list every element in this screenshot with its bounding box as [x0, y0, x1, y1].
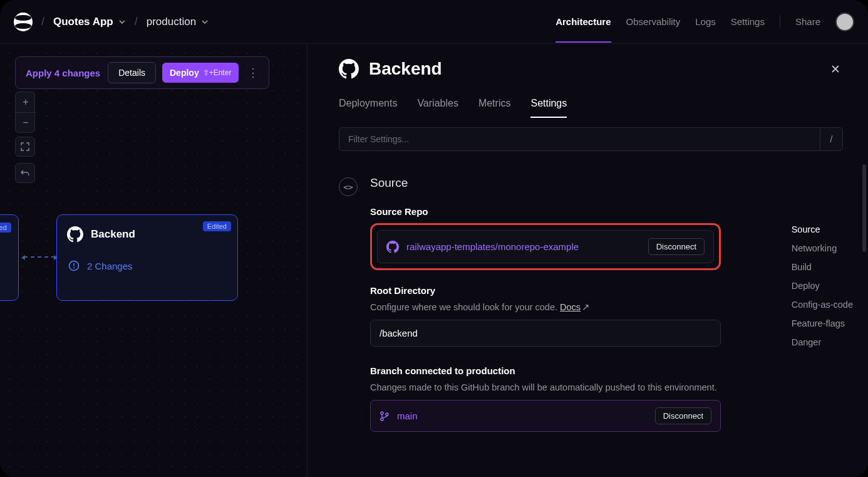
zoom-in-button[interactable]: +: [16, 92, 36, 112]
panel-title: Backend: [369, 59, 442, 79]
service-node-backend[interactable]: Edited Backend 2 Changes: [56, 214, 238, 301]
service-node-partial[interactable]: dited: [0, 214, 19, 301]
nav-logs[interactable]: Logs: [695, 1, 716, 42]
toc-networking[interactable]: Networking: [792, 243, 853, 253]
disconnect-branch-button[interactable]: Disconnect: [655, 407, 711, 424]
nav-divider: [780, 15, 780, 29]
external-link-icon: ↗: [582, 302, 590, 312]
zoom-fit-button[interactable]: [15, 137, 35, 157]
docs-link[interactable]: Docs: [560, 302, 581, 312]
nav-architecture[interactable]: Architecture: [555, 1, 611, 42]
root-dir-desc-text: Configure where we should look for your …: [370, 302, 560, 312]
chevron-down-icon: [118, 18, 126, 26]
deploy-button[interactable]: Deploy ⇧+Enter: [162, 63, 239, 83]
disconnect-repo-button[interactable]: Disconnect: [648, 238, 705, 255]
root-dir-label: Root Directory: [370, 285, 721, 296]
git-branch-icon: [380, 411, 390, 421]
repo-name[interactable]: railwayapp-templates/monorepo-example: [406, 241, 641, 252]
github-icon: [67, 226, 83, 243]
github-icon: [386, 241, 399, 253]
railway-logo[interactable]: [14, 13, 33, 31]
main-area: Apply 4 changes Details Deploy ⇧+Enter ⋮…: [0, 44, 868, 477]
source-repo-row: railwayapp-templates/monorepo-example Di…: [377, 230, 714, 263]
toc-flags[interactable]: Feature-flags: [792, 318, 853, 328]
deploy-shortcut: ⇧+Enter: [203, 68, 232, 77]
undo-icon: [21, 169, 29, 177]
expand-icon: [21, 142, 29, 151]
edited-badge: dited: [0, 223, 11, 233]
zoom-out-button[interactable]: −: [16, 112, 36, 132]
tab-deployments[interactable]: Deployments: [339, 98, 397, 118]
svg-point-2: [73, 267, 75, 268]
breadcrumb-project-label: Quotes App: [53, 16, 113, 28]
change-bar: Apply 4 changes Details Deploy ⇧+Enter ⋮: [15, 56, 269, 89]
alert-icon: [68, 260, 80, 271]
topbar: / Quotes App / production Architecture O…: [0, 0, 868, 44]
filter-settings-input[interactable]: [339, 127, 820, 151]
canvas-area[interactable]: Apply 4 changes Details Deploy ⇧+Enter ⋮…: [0, 44, 307, 477]
details-button[interactable]: Details: [108, 62, 156, 83]
panel-header: Backend: [339, 59, 843, 79]
branch-description: Changes made to this GitHub branch will …: [370, 382, 721, 392]
breadcrumb-env-label: production: [147, 16, 196, 28]
tab-metrics[interactable]: Metrics: [478, 98, 511, 118]
scrollbar[interactable]: [862, 164, 866, 252]
root-directory-input[interactable]: [370, 320, 721, 347]
breadcrumb-separator: /: [41, 15, 44, 28]
settings-panel: Backend Deployments Variables Metrics Se…: [307, 44, 868, 477]
settings-toc: Source Networking Build Deploy Config-as…: [792, 224, 853, 347]
code-icon: <>: [339, 177, 358, 196]
section-source: Source Source Repo railwayapp-templates/…: [370, 176, 721, 432]
undo-button[interactable]: [15, 163, 35, 183]
edited-badge: Edited: [203, 221, 231, 231]
apply-changes-label: Apply 4 changes: [22, 64, 108, 82]
toc-source[interactable]: Source: [792, 224, 853, 234]
toc-config[interactable]: Config-as-code: [792, 300, 853, 310]
chevron-down-icon: [201, 18, 209, 26]
branch-name[interactable]: main: [397, 411, 648, 421]
nav-settings[interactable]: Settings: [731, 1, 765, 42]
node-changes-text: 2 Changes: [87, 261, 133, 271]
svg-point-5: [386, 413, 388, 416]
deploy-label: Deploy: [170, 68, 199, 78]
connection-line: [24, 256, 55, 258]
kebab-menu-icon[interactable]: ⋮: [239, 66, 262, 80]
settings-content: <> Source Source Repo railwayapp-templat…: [339, 176, 843, 432]
section-icon-column: <>: [339, 176, 370, 432]
node-changes[interactable]: 2 Changes: [67, 260, 227, 271]
nav-right: Architecture Observability Logs Settings…: [555, 1, 854, 42]
svg-point-3: [381, 412, 383, 414]
zoom-controls: + −: [15, 92, 35, 133]
source-repo-highlight: railwayapp-templates/monorepo-example Di…: [370, 223, 721, 270]
section-source-title: Source: [370, 176, 721, 190]
avatar[interactable]: [835, 13, 854, 31]
close-icon: [830, 64, 840, 74]
breadcrumb-separator: /: [135, 15, 138, 28]
breadcrumb-project[interactable]: Quotes App: [53, 16, 126, 28]
node-title: Backend: [91, 228, 135, 241]
github-icon: [339, 59, 359, 79]
toc-deploy[interactable]: Deploy: [792, 281, 853, 291]
svg-point-4: [381, 418, 383, 421]
filter-shortcut-key: /: [820, 127, 843, 151]
tab-variables[interactable]: Variables: [417, 98, 458, 118]
toc-danger[interactable]: Danger: [792, 337, 853, 347]
breadcrumb-environment[interactable]: production: [147, 16, 209, 28]
filter-row: /: [339, 127, 843, 151]
close-panel-button[interactable]: [828, 61, 843, 76]
nav-share[interactable]: Share: [795, 1, 820, 42]
nav-observability[interactable]: Observability: [626, 1, 681, 42]
panel-tabs: Deployments Variables Metrics Settings: [339, 98, 843, 118]
tab-settings[interactable]: Settings: [530, 98, 567, 118]
branch-row: main Disconnect: [370, 400, 721, 432]
toc-build[interactable]: Build: [792, 262, 853, 272]
source-repo-label: Source Repo: [370, 206, 721, 217]
root-dir-description: Configure where we should look for your …: [370, 302, 721, 312]
branch-label: Branch connected to production: [370, 365, 721, 376]
